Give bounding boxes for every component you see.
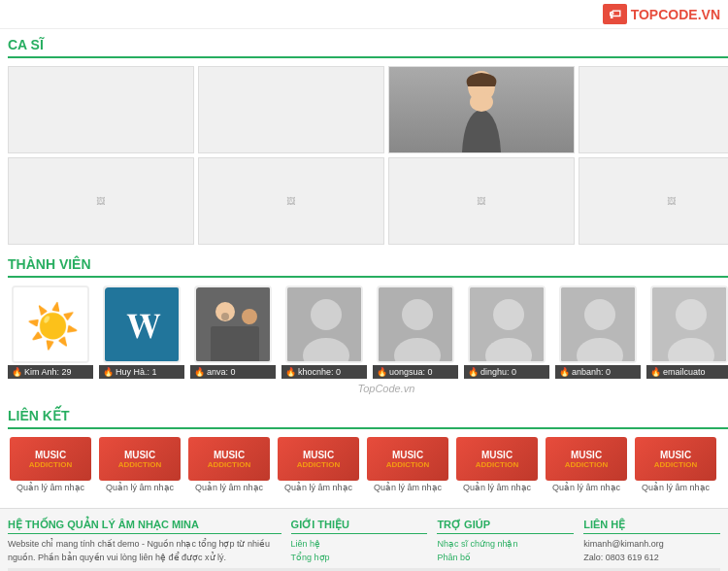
member-name: Huy Hà.: 1 bbox=[116, 367, 157, 377]
banner-music: MUSIC bbox=[481, 450, 513, 460]
lienket-item[interactable]: MUSIC addiction Quản lý âm nhạc bbox=[97, 437, 182, 492]
member-label: 🔥 anbanh: 0 bbox=[555, 365, 641, 379]
footer-gioithieu-title: GIỚI THIỆU bbox=[291, 519, 428, 534]
member-avatar-default[interactable] bbox=[559, 286, 637, 363]
footer-lienhe-title: LIÊN HỆ bbox=[583, 519, 720, 534]
footer-nhacsi-link[interactable]: Nhạc sĩ chứng nhận bbox=[437, 538, 574, 552]
casi-placeholder: 🖼 bbox=[199, 158, 383, 244]
footer-email: kimanh@kimanh.org bbox=[583, 538, 720, 552]
member-avatar-default[interactable] bbox=[377, 286, 454, 363]
flame-icon: 🔥 bbox=[468, 367, 479, 377]
banner-music: MUSIC bbox=[392, 450, 423, 460]
member-avatar-default[interactable] bbox=[468, 286, 546, 363]
lienket-item[interactable]: MUSIC addiction Quản lý âm nhạc bbox=[633, 437, 718, 492]
banner-addiction: addiction bbox=[29, 460, 72, 469]
casi-item[interactable] bbox=[388, 66, 575, 153]
member-avatar-kimahn[interactable]: ☀️ bbox=[12, 286, 89, 363]
lienket-banner: MUSIC addiction bbox=[278, 437, 359, 481]
lienket-banner: MUSIC addiction bbox=[456, 437, 538, 481]
banner-music: MUSIC bbox=[124, 450, 155, 460]
casi-item[interactable]: 🖼 bbox=[388, 157, 575, 245]
casi-item[interactable] bbox=[8, 66, 194, 153]
banner-addiction: addiction bbox=[476, 460, 518, 469]
flame-icon: 🔥 bbox=[285, 367, 296, 377]
member-item: 🔥 khocnhe: 0 bbox=[281, 286, 367, 379]
flame-icon: 🔥 bbox=[194, 367, 205, 377]
svg-rect-5 bbox=[211, 326, 259, 363]
casi-placeholder bbox=[579, 67, 728, 152]
casi-item[interactable] bbox=[198, 66, 384, 153]
flame-icon: 🔥 bbox=[559, 367, 570, 377]
member-name: anbanh: 0 bbox=[572, 367, 611, 377]
flame-icon: 🔥 bbox=[377, 367, 387, 377]
members-row: ☀️ 🔥 Kim Anh: 29 𝐖 bbox=[8, 286, 728, 379]
lienket-banner: MUSIC addiction bbox=[546, 437, 627, 481]
footer-phanboi-link[interactable]: Phân bố bbox=[437, 552, 574, 565]
svg-point-1 bbox=[470, 92, 493, 112]
lienket-item[interactable]: MUSIC addiction Quản lý âm nhạc bbox=[186, 437, 272, 492]
logo-text: TOPCODE.VN bbox=[631, 7, 720, 22]
logo-brand: TOPCODE bbox=[631, 7, 698, 22]
casi-item[interactable]: 🖼 bbox=[8, 157, 194, 245]
footer-col-trogiup: TRỢ GIÚP Nhạc sĩ chứng nhận Phân bố bbox=[437, 519, 574, 564]
person-avatar bbox=[287, 287, 363, 363]
member-name: emailcuato bbox=[663, 367, 706, 377]
footer-tonghop-link[interactable]: Tổng hợp bbox=[291, 552, 428, 565]
member-item: 🔥 dinghu: 0 bbox=[464, 286, 549, 379]
casi-placeholder bbox=[199, 67, 383, 152]
lienket-item[interactable]: MUSIC addiction Quản lý âm nhạc bbox=[544, 437, 629, 492]
lienket-item[interactable]: MUSIC addiction Quản lý âm nhạc bbox=[8, 437, 93, 492]
footer-trogiup-title: TRỢ GIÚP bbox=[437, 519, 574, 534]
lienket-banner: MUSIC addiction bbox=[10, 437, 91, 481]
lienket-caption: Quản lý âm nhạc bbox=[552, 483, 620, 492]
lienket-caption: Quản lý âm nhạc bbox=[463, 483, 531, 492]
lienket-caption: Quản lý âm nhạc bbox=[374, 483, 442, 492]
thanhvien-title: THÀNH VIÊN bbox=[8, 256, 728, 278]
casi-item[interactable]: 🖼 bbox=[579, 157, 728, 245]
banner-addiction: addiction bbox=[565, 460, 608, 469]
lienket-item[interactable]: MUSIC addiction Quản lý âm nhạc bbox=[365, 437, 450, 492]
member-name: uongsua: 0 bbox=[389, 367, 433, 377]
lienket-item[interactable]: MUSIC addiction Quản lý âm nhạc bbox=[454, 437, 540, 492]
lienket-caption: Quản lý âm nhạc bbox=[17, 483, 84, 492]
svg-point-8 bbox=[311, 299, 342, 330]
casi-item[interactable]: 🖼 bbox=[198, 157, 384, 245]
footer-about-text: Website chỉ mang tính chất demo - Nguồn … bbox=[8, 538, 281, 564]
member-avatar-huyha[interactable]: 𝐖 bbox=[103, 286, 181, 363]
lienket-title: LIÊN KẾT bbox=[8, 408, 728, 429]
member-avatar-anva[interactable] bbox=[194, 286, 272, 363]
member-label: 🔥 Huy Hà.: 1 bbox=[99, 365, 184, 379]
footer-grid: Hệ thống quản lý âm nhạc Mina Website ch… bbox=[8, 519, 720, 564]
banner-music: MUSIC bbox=[303, 450, 334, 460]
member-name: dinghu: 0 bbox=[480, 367, 516, 377]
banner-music: MUSIC bbox=[35, 450, 66, 460]
member-item: 𝐖 🔥 Huy Hà.: 1 bbox=[99, 286, 184, 379]
member-name: Kim Anh: 29 bbox=[24, 367, 72, 377]
casi-item[interactable] bbox=[579, 66, 728, 153]
wp-avatar: 𝐖 bbox=[105, 287, 181, 363]
thanhvien-section: THÀNH VIÊN ☀️ 🔥 Kim Anh: 29 bbox=[8, 256, 728, 398]
left-panel: CA SĨ bbox=[8, 37, 728, 500]
svg-point-4 bbox=[242, 309, 257, 324]
lienket-banner: MUSIC addiction bbox=[635, 437, 716, 481]
member-item: 🔥 anva: 0 bbox=[190, 286, 276, 379]
banner-music: MUSIC bbox=[214, 450, 245, 460]
thanhvien-row-wrapper: ☀️ 🔥 Kim Anh: 29 𝐖 bbox=[8, 286, 728, 379]
footer-lienhe-link[interactable]: Liên hệ bbox=[291, 538, 428, 552]
member-label: 🔥 emailcuato bbox=[646, 365, 728, 379]
casi-placeholder: 🖼 bbox=[389, 158, 574, 244]
member-avatar-default[interactable] bbox=[650, 286, 728, 363]
logo-area: 🏷 TOPCODE.VN bbox=[603, 4, 720, 24]
banner-addiction: addiction bbox=[208, 460, 250, 469]
lienket-caption: Quản lý âm nhạc bbox=[195, 483, 263, 492]
member-avatar-default[interactable] bbox=[285, 286, 363, 363]
lienket-item[interactable]: MUSIC addiction Quản lý âm nhạc bbox=[276, 437, 361, 492]
member-item: ☀️ 🔥 Kim Anh: 29 bbox=[8, 286, 93, 379]
lienket-banner: MUSIC addiction bbox=[367, 437, 448, 481]
lienket-section: LIÊN KẾT MUSIC addiction Quản lý âm nhạc… bbox=[8, 408, 728, 492]
lienket-caption: Quản lý âm nhạc bbox=[106, 483, 174, 492]
banner-addiction: addiction bbox=[654, 460, 697, 469]
member-item: 🔥 anbanh: 0 bbox=[555, 286, 641, 379]
top-bar: 🏷 TOPCODE.VN bbox=[0, 0, 728, 29]
logo-icon: 🏷 bbox=[609, 7, 621, 21]
